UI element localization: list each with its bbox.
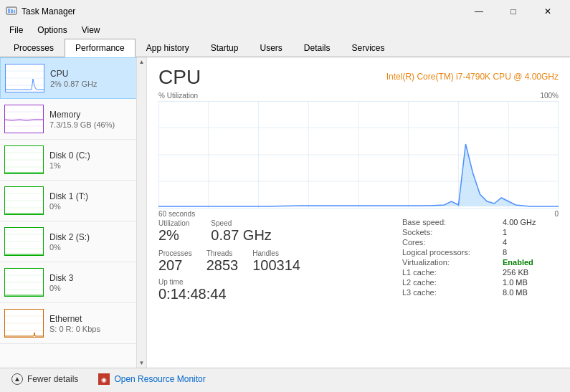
virt-value: Enabled	[503, 258, 533, 267]
tab-users[interactable]: Users	[249, 39, 293, 57]
main-content: CPU 2% 0.87 GHz Memory 7.3/15.9 GB (46%)	[0, 57, 570, 368]
logical-label: Logical processors:	[402, 248, 503, 257]
utilization-label: Utilization	[158, 219, 189, 227]
svg-rect-1	[8, 9, 10, 13]
tab-details[interactable]: Details	[293, 39, 341, 57]
tab-bar: Processes Performance App history Startu…	[0, 39, 570, 57]
uptime-label: Up time	[158, 278, 374, 286]
l2-label: L2 cache:	[402, 278, 503, 287]
ethernet-thumbnail	[4, 309, 44, 338]
chart-x-end: 0	[554, 210, 559, 218]
tab-services[interactable]: Services	[341, 39, 396, 57]
ethernet-name: Ethernet	[49, 314, 130, 324]
bottom-left: Utilization 2% Speed 0.87 GHz Processes …	[158, 218, 374, 302]
sockets-value: 1	[503, 228, 507, 236]
title-bar-left: Task Manager	[6, 6, 75, 17]
scroll-up-arrow[interactable]: ▲	[139, 59, 145, 65]
info-row-basespeed: Base speed: 4.00 GHz	[402, 218, 559, 226]
speed-block: Speed 0.87 GHz	[211, 218, 271, 245]
panel-header: CPU Intel(R) Core(TM) i7-4790K CPU @ 4.0…	[158, 66, 559, 89]
fewer-details-button[interactable]: ▲ Fewer details	[9, 372, 81, 386]
sidebar-item-cpu[interactable]: CPU 2% 0.87 GHz	[0, 57, 146, 99]
speed-value: 0.87 GHz	[211, 227, 271, 244]
sidebar-item-disk0[interactable]: Disk 0 (C:) 1%	[0, 140, 146, 181]
sidebar-scrollbar[interactable]: ▲ ▼	[136, 57, 146, 368]
processes-label: Processes	[158, 249, 192, 257]
tab-app-history[interactable]: App history	[136, 39, 200, 57]
panel-subtitle: Intel(R) Core(TM) i7-4790K CPU @ 4.00GHz	[386, 72, 559, 82]
svg-text:◉: ◉	[101, 376, 107, 383]
disk3-info: Disk 3 0%	[49, 273, 130, 292]
tab-performance[interactable]: Performance	[65, 39, 136, 57]
app-icon	[6, 6, 17, 17]
chart-label-bottom: 60 seconds 0	[158, 210, 559, 218]
handles-block: Handles 100314	[252, 248, 300, 275]
cores-value: 4	[503, 238, 507, 247]
l1-value: 256 KB	[503, 268, 528, 277]
right-panel: CPU Intel(R) Core(TM) i7-4790K CPU @ 4.0…	[147, 57, 570, 368]
memory-info: Memory 7.3/15.9 GB (46%)	[49, 110, 130, 129]
virt-label: Virtualization:	[402, 258, 503, 267]
monitor-icon: ◉	[98, 373, 110, 385]
disk2-name: Disk 2 (S:)	[49, 232, 130, 242]
minimize-button[interactable]: —	[462, 4, 495, 19]
utilization-value: 2%	[158, 227, 189, 244]
utilization-block: Utilization 2%	[158, 218, 189, 245]
chart-label-top: % Utilization 100%	[158, 92, 559, 100]
sidebar-item-disk1[interactable]: Disk 1 (T:) 0%	[0, 181, 146, 221]
info-row-l2: L2 cache: 1.0 MB	[402, 278, 559, 287]
processes-block: Processes 207	[158, 248, 192, 275]
menu-view[interactable]: View	[75, 23, 107, 37]
sidebar-item-disk3[interactable]: Disk 3 0%	[0, 262, 146, 303]
info-row-virt: Virtualization: Enabled	[402, 258, 559, 267]
scroll-down-arrow[interactable]: ▼	[139, 360, 145, 366]
handles-label: Handles	[252, 249, 300, 257]
open-resource-monitor-button[interactable]: ◉ Open Resource Monitor	[95, 372, 208, 386]
info-row-l1: L1 cache: 256 KB	[402, 268, 559, 277]
sidebar-item-ethernet[interactable]: Ethernet S: 0 R: 0 Kbps	[0, 303, 146, 344]
disk1-name: Disk 1 (T:)	[49, 191, 130, 201]
menu-file[interactable]: File	[3, 23, 29, 37]
tab-startup[interactable]: Startup	[200, 39, 250, 57]
memory-stat: 7.3/15.9 GB (46%)	[49, 120, 130, 129]
svg-rect-2	[11, 9, 13, 13]
threads-value: 2853	[206, 257, 239, 274]
tab-processes[interactable]: Processes	[3, 39, 65, 57]
logical-value: 8	[503, 248, 507, 257]
disk3-name: Disk 3	[49, 273, 130, 283]
close-button[interactable]: ✕	[531, 4, 564, 19]
l3-value: 8.0 MB	[503, 288, 528, 297]
uptime-value: 0:14:48:44	[158, 286, 374, 302]
memory-thumbnail	[4, 105, 44, 133]
cpu-name: CPU	[50, 69, 130, 79]
menu-options[interactable]: Options	[31, 23, 73, 37]
app-title: Task Manager	[22, 6, 75, 16]
base-speed-value: 4.00 GHz	[503, 218, 536, 226]
threads-label: Threads	[206, 249, 239, 257]
sidebar-item-disk2[interactable]: Disk 2 (S:) 0%	[0, 221, 146, 262]
monitor-label: Open Resource Monitor	[114, 374, 205, 384]
chart-wrapper	[158, 101, 559, 209]
base-speed-label: Base speed:	[402, 218, 503, 226]
disk3-stat: 0%	[49, 284, 130, 292]
chart-y-max: 100%	[540, 92, 559, 100]
l2-value: 1.0 MB	[503, 278, 528, 287]
chart-y-label: % Utilization	[158, 92, 198, 100]
cpu-chart	[158, 101, 559, 209]
speed-label: Speed	[211, 219, 271, 227]
sidebar-item-memory[interactable]: Memory 7.3/15.9 GB (46%)	[0, 99, 146, 140]
l1-label: L1 cache:	[402, 268, 503, 277]
stats-row1: Utilization 2% Speed 0.87 GHz	[158, 218, 374, 245]
memory-name: Memory	[49, 110, 130, 120]
processes-value: 207	[158, 257, 192, 274]
disk1-thumbnail	[4, 186, 44, 215]
disk0-info: Disk 0 (C:) 1%	[49, 150, 130, 170]
stats-row2: Processes 207 Threads 2853 Handles 10031…	[158, 248, 374, 275]
maximize-button[interactable]: □	[497, 4, 530, 19]
sidebar: CPU 2% 0.87 GHz Memory 7.3/15.9 GB (46%)	[0, 57, 147, 368]
disk0-thumbnail	[4, 145, 44, 174]
disk1-info: Disk 1 (T:) 0%	[49, 191, 130, 211]
cpu-thumbnail	[5, 64, 44, 92]
disk2-thumbnail	[4, 227, 44, 256]
sockets-label: Sockets:	[402, 228, 503, 236]
